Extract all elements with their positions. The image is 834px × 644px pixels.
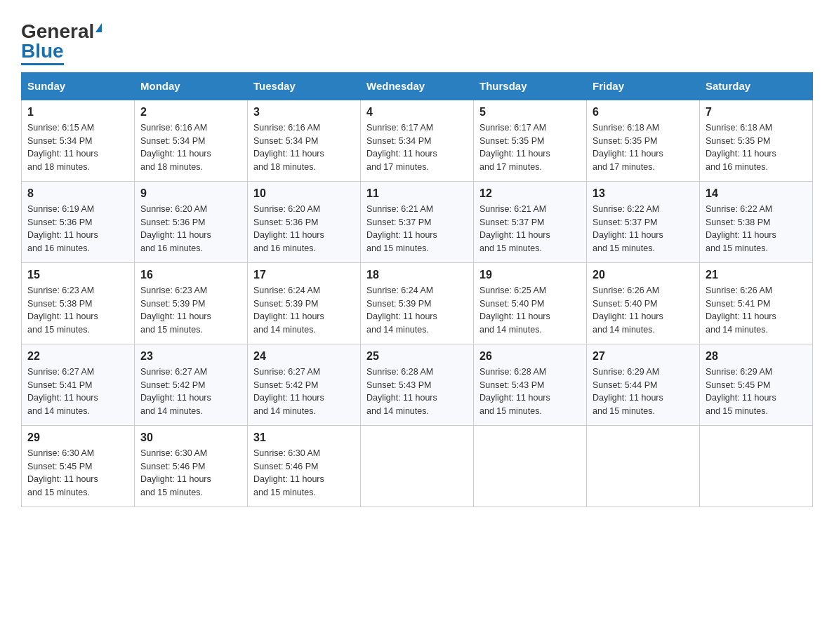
day-info: Sunrise: 6:30 AM Sunset: 5:45 PM Dayligh… [27, 447, 128, 499]
day-info: Sunrise: 6:29 AM Sunset: 5:45 PM Dayligh… [706, 365, 807, 418]
day-number: 29 [27, 431, 128, 444]
day-info: Sunrise: 6:17 AM Sunset: 5:35 PM Dayligh… [479, 121, 581, 174]
header-wednesday: Wednesday [361, 72, 474, 100]
week-row-3: 15 Sunrise: 6:23 AM Sunset: 5:38 PM Dayl… [22, 262, 813, 344]
header-sunday: Sunday [22, 72, 135, 100]
calendar-cell: 22 Sunrise: 6:27 AM Sunset: 5:41 PM Dayl… [22, 344, 135, 425]
calendar-cell: 17 Sunrise: 6:24 AM Sunset: 5:39 PM Dayl… [248, 262, 361, 344]
day-info: Sunrise: 6:23 AM Sunset: 5:39 PM Dayligh… [140, 284, 241, 337]
calendar-cell: 2 Sunrise: 6:16 AM Sunset: 5:34 PM Dayli… [135, 100, 248, 182]
calendar-cell: 27 Sunrise: 6:29 AM Sunset: 5:44 PM Dayl… [587, 344, 700, 425]
day-info: Sunrise: 6:26 AM Sunset: 5:41 PM Dayligh… [706, 284, 807, 337]
day-info: Sunrise: 6:16 AM Sunset: 5:34 PM Dayligh… [253, 121, 355, 174]
calendar-cell: 16 Sunrise: 6:23 AM Sunset: 5:39 PM Dayl… [135, 262, 248, 344]
day-info: Sunrise: 6:27 AM Sunset: 5:42 PM Dayligh… [253, 365, 355, 418]
day-info: Sunrise: 6:26 AM Sunset: 5:40 PM Dayligh… [593, 284, 694, 337]
week-row-5: 29 Sunrise: 6:30 AM Sunset: 5:45 PM Dayl… [22, 425, 813, 507]
calendar-cell [474, 425, 587, 507]
page-header: General Blue [21, 14, 813, 65]
day-number: 9 [140, 187, 241, 200]
day-info: Sunrise: 6:21 AM Sunset: 5:37 PM Dayligh… [479, 203, 581, 255]
calendar-cell: 14 Sunrise: 6:22 AM Sunset: 5:38 PM Dayl… [700, 181, 813, 262]
week-row-4: 22 Sunrise: 6:27 AM Sunset: 5:41 PM Dayl… [22, 344, 813, 425]
calendar-cell: 21 Sunrise: 6:26 AM Sunset: 5:41 PM Dayl… [700, 262, 813, 344]
day-number: 25 [366, 350, 468, 363]
day-number: 13 [593, 187, 694, 200]
day-number: 3 [253, 106, 355, 119]
day-info: Sunrise: 6:29 AM Sunset: 5:44 PM Dayligh… [593, 365, 694, 418]
calendar-cell: 31 Sunrise: 6:30 AM Sunset: 5:46 PM Dayl… [248, 425, 361, 507]
day-info: Sunrise: 6:22 AM Sunset: 5:38 PM Dayligh… [706, 203, 807, 255]
day-number: 15 [27, 269, 128, 281]
day-number: 23 [140, 350, 241, 363]
calendar-cell: 11 Sunrise: 6:21 AM Sunset: 5:37 PM Dayl… [361, 181, 474, 262]
calendar-table: SundayMondayTuesdayWednesdayThursdayFrid… [21, 72, 813, 507]
day-info: Sunrise: 6:16 AM Sunset: 5:34 PM Dayligh… [140, 121, 241, 174]
day-info: Sunrise: 6:30 AM Sunset: 5:46 PM Dayligh… [253, 447, 355, 499]
day-number: 8 [27, 187, 128, 200]
day-number: 19 [479, 269, 581, 281]
day-info: Sunrise: 6:15 AM Sunset: 5:34 PM Dayligh… [27, 121, 128, 174]
logo-general-text: General [21, 20, 94, 42]
day-number: 10 [253, 187, 355, 200]
calendar-cell: 4 Sunrise: 6:17 AM Sunset: 5:34 PM Dayli… [361, 100, 474, 182]
calendar-cell: 1 Sunrise: 6:15 AM Sunset: 5:34 PM Dayli… [22, 100, 135, 182]
header-tuesday: Tuesday [248, 72, 361, 100]
day-number: 28 [706, 350, 807, 363]
day-info: Sunrise: 6:30 AM Sunset: 5:46 PM Dayligh… [140, 447, 241, 499]
header-saturday: Saturday [700, 72, 813, 100]
calendar-cell: 29 Sunrise: 6:30 AM Sunset: 5:45 PM Dayl… [22, 425, 135, 507]
day-info: Sunrise: 6:27 AM Sunset: 5:41 PM Dayligh… [27, 365, 128, 418]
day-number: 11 [366, 187, 468, 200]
calendar-cell [700, 425, 813, 507]
calendar-cell [361, 425, 474, 507]
calendar-cell: 30 Sunrise: 6:30 AM Sunset: 5:46 PM Dayl… [135, 425, 248, 507]
calendar-cell: 3 Sunrise: 6:16 AM Sunset: 5:34 PM Dayli… [248, 100, 361, 182]
calendar-cell: 18 Sunrise: 6:24 AM Sunset: 5:39 PM Dayl… [361, 262, 474, 344]
day-info: Sunrise: 6:17 AM Sunset: 5:34 PM Dayligh… [366, 121, 468, 174]
day-info: Sunrise: 6:18 AM Sunset: 5:35 PM Dayligh… [593, 121, 694, 174]
calendar-cell [587, 425, 700, 507]
day-number: 12 [479, 187, 581, 200]
logo-blue-text: Blue [21, 40, 64, 62]
calendar-cell: 8 Sunrise: 6:19 AM Sunset: 5:36 PM Dayli… [22, 181, 135, 262]
day-number: 2 [140, 106, 241, 119]
day-number: 18 [366, 269, 468, 281]
day-number: 21 [706, 269, 807, 281]
header-monday: Monday [135, 72, 248, 100]
day-number: 7 [706, 106, 807, 119]
calendar-cell: 19 Sunrise: 6:25 AM Sunset: 5:40 PM Dayl… [474, 262, 587, 344]
calendar-cell: 10 Sunrise: 6:20 AM Sunset: 5:36 PM Dayl… [248, 181, 361, 262]
day-info: Sunrise: 6:24 AM Sunset: 5:39 PM Dayligh… [366, 284, 468, 337]
day-info: Sunrise: 6:27 AM Sunset: 5:42 PM Dayligh… [140, 365, 241, 418]
calendar-cell: 28 Sunrise: 6:29 AM Sunset: 5:45 PM Dayl… [700, 344, 813, 425]
day-info: Sunrise: 6:22 AM Sunset: 5:37 PM Dayligh… [593, 203, 694, 255]
day-info: Sunrise: 6:21 AM Sunset: 5:37 PM Dayligh… [366, 203, 468, 255]
day-info: Sunrise: 6:24 AM Sunset: 5:39 PM Dayligh… [253, 284, 355, 337]
calendar-cell: 23 Sunrise: 6:27 AM Sunset: 5:42 PM Dayl… [135, 344, 248, 425]
day-number: 16 [140, 269, 241, 281]
header-thursday: Thursday [474, 72, 587, 100]
weekday-header-row: SundayMondayTuesdayWednesdayThursdayFrid… [22, 72, 813, 100]
calendar-cell: 15 Sunrise: 6:23 AM Sunset: 5:38 PM Dayl… [22, 262, 135, 344]
day-number: 4 [366, 106, 468, 119]
calendar-cell: 7 Sunrise: 6:18 AM Sunset: 5:35 PM Dayli… [700, 100, 813, 182]
day-info: Sunrise: 6:18 AM Sunset: 5:35 PM Dayligh… [706, 121, 807, 174]
header-friday: Friday [587, 72, 700, 100]
calendar-cell: 24 Sunrise: 6:27 AM Sunset: 5:42 PM Dayl… [248, 344, 361, 425]
day-info: Sunrise: 6:20 AM Sunset: 5:36 PM Dayligh… [140, 203, 241, 255]
day-number: 27 [593, 350, 694, 363]
day-info: Sunrise: 6:20 AM Sunset: 5:36 PM Dayligh… [253, 203, 355, 255]
logo-underline [21, 63, 64, 65]
day-number: 1 [27, 106, 128, 119]
day-number: 26 [479, 350, 581, 363]
day-number: 31 [253, 431, 355, 444]
calendar-cell: 6 Sunrise: 6:18 AM Sunset: 5:35 PM Dayli… [587, 100, 700, 182]
logo-triangle-icon [95, 23, 102, 32]
day-number: 6 [593, 106, 694, 119]
day-info: Sunrise: 6:28 AM Sunset: 5:43 PM Dayligh… [366, 365, 468, 418]
calendar-cell: 25 Sunrise: 6:28 AM Sunset: 5:43 PM Dayl… [361, 344, 474, 425]
day-number: 24 [253, 350, 355, 363]
day-number: 20 [593, 269, 694, 281]
day-number: 22 [27, 350, 128, 363]
